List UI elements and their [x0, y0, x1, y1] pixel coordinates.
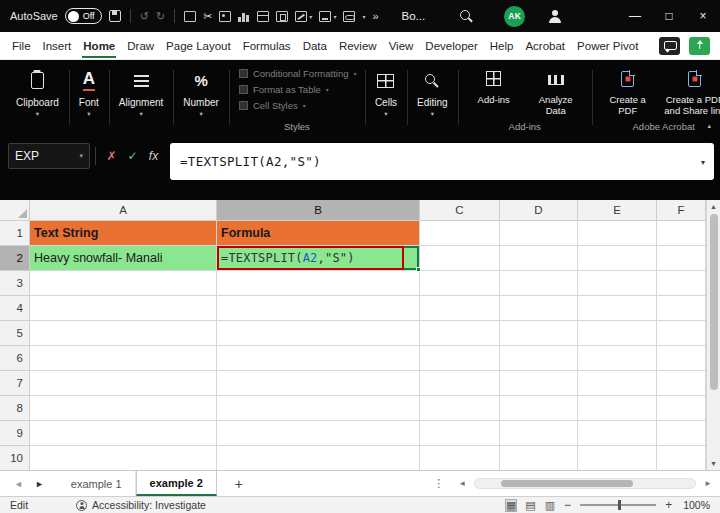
menu-review[interactable]: Review [333, 32, 383, 59]
cell-A10[interactable] [30, 446, 217, 470]
scroll-down-icon[interactable]: ▼ [710, 460, 717, 467]
ribbon-cell-styles[interactable]: Cell Styles▾ [239, 97, 355, 113]
accessibility-status[interactable]: Accessibility: Investigate [76, 499, 206, 511]
previous-sheet-icon[interactable]: ◄ [14, 479, 23, 489]
ribbon-group-alignment[interactable]: Alignment ▾ [109, 60, 173, 137]
menu-developer[interactable]: Developer [419, 32, 483, 59]
cell-F7[interactable] [657, 371, 706, 396]
ribbon-group-font[interactable]: A Font ▾ [69, 60, 109, 137]
menu-acrobat[interactable]: Acrobat [519, 32, 571, 59]
scroll-left-icon[interactable]: ◄ [458, 479, 466, 488]
link-icon[interactable] [343, 11, 355, 22]
name-box[interactable]: EXP ▾ [8, 143, 90, 169]
row-header-9[interactable]: 9 [0, 421, 30, 446]
new-sheet-button[interactable]: + [229, 476, 249, 492]
cell-C8[interactable] [420, 396, 500, 421]
create-pdf-share-link-button[interactable]: Create a PDF and Share link [662, 65, 720, 117]
menu-file[interactable]: File [6, 32, 37, 59]
redo-icon[interactable]: ↻ [156, 11, 165, 22]
cell-F10[interactable] [657, 446, 706, 470]
chevron-down-icon[interactable]: ▾ [362, 13, 365, 20]
cell-A6[interactable] [30, 346, 217, 371]
cell-B8[interactable] [217, 396, 420, 421]
menu-view[interactable]: View [383, 32, 420, 59]
cell-B7[interactable] [217, 371, 420, 396]
cell-A7[interactable] [30, 371, 217, 396]
row-header-3[interactable]: 3 [0, 271, 30, 296]
chevron-down-icon[interactable]: ▾ [79, 152, 83, 160]
column-header-B[interactable]: B [217, 200, 420, 221]
enter-entry-button[interactable]: ✓ [122, 143, 143, 169]
addins-button[interactable]: Add-ins [466, 65, 522, 106]
autosave-toggle[interactable]: Off [65, 8, 102, 24]
ribbon-group-number[interactable]: % Number ▾ [173, 60, 229, 137]
cell-D10[interactable] [500, 446, 578, 470]
cell-C2[interactable] [420, 246, 500, 271]
cell-E9[interactable] [578, 421, 657, 446]
cell-D3[interactable] [500, 271, 578, 296]
cell-B5[interactable] [217, 321, 420, 346]
cell-B1[interactable]: Formula [217, 221, 420, 246]
format-painter-icon[interactable] [276, 11, 288, 22]
cell-F1[interactable] [657, 221, 706, 246]
highlighter-tool-button[interactable]: ▾ [319, 11, 336, 22]
cell-C3[interactable] [420, 271, 500, 296]
row-header-5[interactable]: 5 [0, 321, 30, 346]
vertical-scrollbar-thumb[interactable] [710, 214, 718, 390]
cell-E10[interactable] [578, 446, 657, 470]
ribbon-group-cells[interactable]: Cells ▾ [365, 60, 407, 137]
expand-formula-bar-icon[interactable]: ▾ [701, 157, 705, 166]
cell-D7[interactable] [500, 371, 578, 396]
column-header-D[interactable]: D [500, 200, 578, 221]
menu-page-layout[interactable]: Page Layout [160, 32, 237, 59]
cell-D5[interactable] [500, 321, 578, 346]
cell-B6[interactable] [217, 346, 420, 371]
vertical-scrollbar[interactable]: ▲ ▼ [706, 200, 720, 470]
cell-E5[interactable] [578, 321, 657, 346]
cell-E1[interactable] [578, 221, 657, 246]
zoom-out-button[interactable]: − [564, 499, 571, 511]
cell-C5[interactable] [420, 321, 500, 346]
search-icon[interactable] [460, 10, 473, 23]
ribbon-conditional-formatting[interactable]: Conditional Formatting▾ [239, 65, 355, 81]
cell-D2[interactable] [500, 246, 578, 271]
cell-A3[interactable] [30, 271, 217, 296]
cell-D1[interactable] [500, 221, 578, 246]
cell-D6[interactable] [500, 346, 578, 371]
cell-D8[interactable] [500, 396, 578, 421]
cell-E4[interactable] [578, 296, 657, 321]
chevron-down-icon[interactable]: ▾ [333, 13, 336, 20]
zoom-slider[interactable] [580, 504, 656, 506]
account-icon[interactable] [548, 10, 562, 23]
collapse-ribbon-icon[interactable]: ▴ [707, 122, 711, 130]
next-sheet-icon[interactable]: ► [35, 479, 44, 489]
cancel-entry-button[interactable]: ✗ [101, 143, 122, 169]
zoom-in-button[interactable]: + [665, 499, 672, 511]
menu-insert[interactable]: Insert [37, 32, 78, 59]
save-icon[interactable] [109, 10, 121, 22]
cell-E6[interactable] [578, 346, 657, 371]
scroll-right-icon[interactable]: ► [704, 479, 712, 488]
cell-B4[interactable] [217, 296, 420, 321]
column-header-C[interactable]: C [420, 200, 500, 221]
cell-E2[interactable] [578, 246, 657, 271]
cell-C6[interactable] [420, 346, 500, 371]
comments-icon[interactable] [659, 37, 680, 55]
formula-input[interactable]: =TEXTSPLIT(A2,"S") ▾ [170, 143, 714, 180]
cell-A8[interactable] [30, 396, 217, 421]
more-commands-icon[interactable]: » [372, 11, 378, 22]
cell-B9[interactable] [217, 421, 420, 446]
page-break-view-icon[interactable]: ▥ [545, 500, 555, 511]
ribbon-group-clipboard[interactable]: Clipboard ▾ [6, 60, 69, 137]
cell-E8[interactable] [578, 396, 657, 421]
cell-C4[interactable] [420, 296, 500, 321]
create-pdf-button[interactable]: Create a PDF [600, 65, 656, 117]
zoom-level-label[interactable]: 100% [683, 499, 710, 511]
cell-A9[interactable] [30, 421, 217, 446]
normal-view-icon[interactable]: ▦ [506, 500, 516, 511]
pen-tool-button[interactable]: ▾ [295, 11, 312, 22]
menu-draw[interactable]: Draw [121, 32, 160, 59]
screen-clip-icon[interactable] [184, 11, 196, 22]
menu-formulas[interactable]: Formulas [237, 32, 297, 59]
menu-data[interactable]: Data [297, 32, 333, 59]
